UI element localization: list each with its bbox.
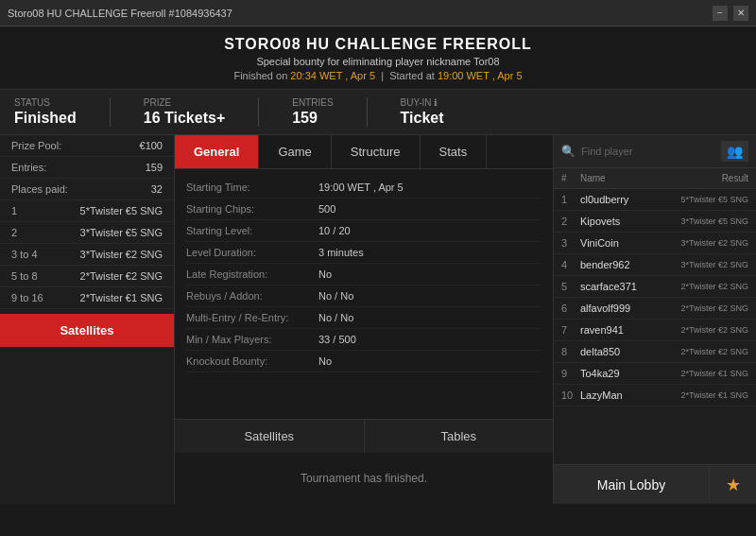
info-val: 500	[318, 203, 335, 215]
status-label: Status	[14, 97, 77, 108]
prize-info: Prize 16 Tickets+	[144, 97, 225, 127]
tables-bottom-button[interactable]: Tables	[365, 420, 554, 453]
info-val: 10 / 20	[318, 225, 351, 236]
place-row: 3 to 43*Twister €2 SNG	[0, 244, 174, 266]
minimize-button[interactable]: −	[713, 6, 728, 21]
info-val: No / No	[318, 290, 353, 302]
player-rank: 5	[561, 281, 580, 292]
info-key: Starting Level:	[186, 225, 318, 236]
places-list: 15*Twister €5 SNG23*Twister €5 SNG3 to 4…	[0, 200, 174, 309]
player-result: 3*Twister €2 SNG	[668, 260, 748, 269]
tab-stats[interactable]: Stats	[421, 135, 488, 168]
table-row[interactable]: 4bender9623*Twister €2 SNG	[554, 254, 756, 276]
title-bar: Storo08 HU CHALLENGE Freeroll #108493643…	[0, 0, 756, 26]
tab-structure[interactable]: Structure	[332, 135, 421, 168]
player-name: alfavolf999	[580, 303, 668, 314]
add-friend-button[interactable]: 👥	[721, 141, 748, 162]
finished-label: Finished on	[233, 70, 287, 81]
info-val: 19:00 WET , Apr 5	[318, 182, 404, 193]
tournament-header: STORO08 HU CHALLENGE FREEROLL Special bo…	[0, 26, 756, 90]
info-key: Late Registration:	[186, 268, 318, 280]
status-value: Finished	[14, 110, 77, 127]
info-key: Min / Max Players:	[186, 334, 318, 345]
prize-label: Prize	[144, 97, 225, 108]
bottom-bar: Main Lobby ★	[554, 464, 756, 504]
search-input[interactable]	[581, 146, 715, 157]
table-row[interactable]: 1cl0udberry5*Twister €5 SNG	[554, 189, 756, 211]
table-row[interactable]: 2Kipovets3*Twister €5 SNG	[554, 211, 756, 233]
place-prize: 3*Twister €5 SNG	[80, 227, 163, 238]
info-val: 33 / 500	[318, 334, 356, 345]
player-name: scarface371	[580, 281, 668, 292]
info-row: Level Duration:3 minutes	[186, 242, 541, 264]
place-prize: 5*Twister €5 SNG	[80, 205, 163, 216]
divider-2	[258, 97, 259, 127]
table-row[interactable]: 9To4ka292*Twister €1 SNG	[554, 363, 756, 385]
finished-time: 20:34 WET , Apr 5	[290, 70, 375, 81]
place-label: 1	[11, 205, 17, 216]
player-name: LazyMan	[580, 389, 668, 401]
right-panel: 🔍 👥 # Name Result 1cl0udberry5*Twister €…	[553, 135, 756, 504]
place-row: 15*Twister €5 SNG	[0, 200, 174, 222]
entries-label: Entries:	[11, 162, 46, 173]
col-num-header: #	[561, 173, 580, 183]
player-name: delta850	[580, 346, 668, 357]
divider-1	[110, 97, 111, 127]
tournament-time: Finished on 20:34 WET , Apr 5 | Started …	[0, 70, 756, 81]
info-key: Starting Time:	[186, 182, 318, 193]
entries-info: Entries 159	[292, 97, 333, 127]
player-name: cl0udberry	[580, 194, 668, 205]
player-rank: 7	[561, 324, 580, 336]
place-label: 2	[11, 227, 17, 238]
table-row[interactable]: 5scarface3712*Twister €2 SNG	[554, 276, 756, 298]
satellites-bottom-button[interactable]: Satellites	[175, 420, 365, 453]
place-row: 23*Twister €5 SNG	[0, 222, 174, 244]
favorite-button[interactable]: ★	[709, 465, 756, 504]
player-result: 2*Twister €2 SNG	[668, 325, 748, 335]
info-row: Starting Chips:500	[186, 199, 541, 220]
player-rank: 1	[561, 194, 580, 205]
tabs-bar: General Game Structure Stats	[175, 135, 553, 169]
table-row[interactable]: 10LazyMan2*Twister €1 SNG	[554, 385, 756, 406]
player-result: 2*Twister €2 SNG	[668, 303, 748, 313]
player-rank: 6	[561, 303, 580, 314]
started-time: 19:00 WET , Apr 5	[438, 70, 523, 81]
player-name: Kipovets	[580, 216, 668, 227]
entries-value: 159	[292, 110, 333, 127]
table-row[interactable]: 3ViniCoin3*Twister €2 SNG	[554, 233, 756, 254]
info-val: No	[318, 355, 332, 367]
title-bar-controls: − ✕	[713, 6, 748, 21]
info-key: Rebuys / Addon:	[186, 290, 318, 302]
player-result: 2*Twister €1 SNG	[668, 369, 748, 378]
prize-table: Prize Pool: €100 Entries: 159 Places pai…	[0, 135, 174, 200]
player-result: 5*Twister €5 SNG	[668, 195, 748, 204]
col-name-header: Name	[580, 173, 668, 183]
main-lobby-button[interactable]: Main Lobby	[554, 465, 709, 504]
tab-game[interactable]: Game	[259, 135, 331, 168]
info-val: No	[318, 268, 332, 280]
place-label: 3 to 4	[11, 249, 38, 260]
finished-message: Tournament has finished.	[175, 453, 553, 504]
player-rank: 2	[561, 216, 580, 227]
info-row: Min / Max Players:33 / 500	[186, 329, 541, 351]
tab-general[interactable]: General	[175, 135, 259, 168]
table-row[interactable]: 6alfavolf9992*Twister €2 SNG	[554, 298, 756, 320]
info-bar: Status Finished Prize 16 Tickets+ Entrie…	[0, 90, 756, 135]
col-result-header: Result	[668, 173, 748, 183]
info-val: No / No	[318, 312, 353, 323]
entries-label: Entries	[292, 97, 333, 108]
player-name: To4ka29	[580, 368, 668, 379]
info-row: Late Registration:No	[186, 264, 541, 285]
player-result: 2*Twister €1 SNG	[668, 390, 748, 400]
search-icon: 🔍	[561, 145, 576, 158]
player-result: 2*Twister €2 SNG	[668, 282, 748, 291]
table-row[interactable]: 8delta8502*Twister €2 SNG	[554, 341, 756, 363]
info-key: Starting Chips:	[186, 203, 318, 215]
table-row[interactable]: 7raven9412*Twister €2 SNG	[554, 320, 756, 341]
player-name: bender962	[580, 259, 668, 270]
close-button[interactable]: ✕	[733, 6, 748, 21]
satellites-button[interactable]: Satellites	[0, 314, 174, 347]
prize-pool-row: Prize Pool: €100	[0, 135, 174, 157]
player-rank: 3	[561, 237, 580, 249]
player-result: 3*Twister €2 SNG	[668, 238, 748, 248]
